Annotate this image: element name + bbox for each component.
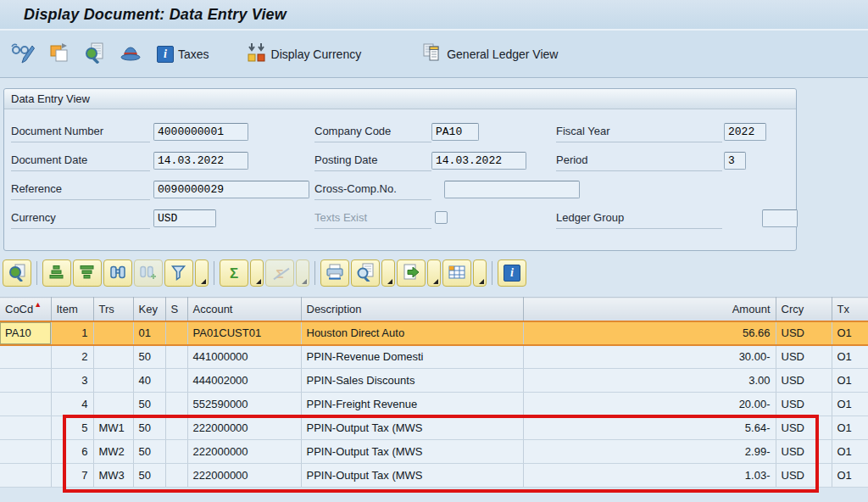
table-cell[interactable] — [0, 416, 51, 440]
table-cell[interactable]: PPIN-Revenue Domesti — [301, 345, 523, 369]
print-preview-dropdown-button[interactable] — [381, 259, 395, 287]
table-cell[interactable]: PPIN-Output Tax (MWS — [301, 416, 523, 440]
table-row[interactable]: 6MW250222000000PPIN-Output Tax (MWS2.99-… — [0, 440, 868, 464]
copy-document-button[interactable] — [46, 40, 73, 68]
table-cell[interactable]: PA01CUST01 — [187, 321, 301, 345]
table-cell[interactable] — [0, 440, 51, 464]
column-header-item[interactable]: Item — [51, 298, 93, 321]
table-cell[interactable]: 01 — [133, 321, 165, 345]
period-field[interactable]: 3 — [724, 152, 746, 170]
table-cell[interactable]: 1 — [51, 321, 93, 345]
table-cell[interactable]: PA10 — [0, 321, 51, 345]
table-cell[interactable]: 5 — [51, 416, 93, 440]
choose-detail-button[interactable] — [3, 259, 31, 287]
table-cell[interactable]: O1 — [832, 464, 868, 488]
table-cell[interactable]: USD — [776, 393, 832, 416]
sum-dropdown-button[interactable] — [250, 259, 264, 287]
table-cell[interactable]: O1 — [832, 345, 868, 369]
table-cell[interactable] — [165, 464, 187, 488]
table-cell[interactable]: O1 — [832, 416, 868, 440]
table-cell[interactable]: PPIN-Output Tax (MWS — [301, 440, 523, 464]
column-header-description[interactable]: Description — [301, 298, 523, 321]
table-cell[interactable]: USD — [776, 369, 832, 393]
column-header-key[interactable]: Key — [133, 298, 165, 321]
table-cell[interactable]: 50 — [133, 464, 165, 488]
table-cell[interactable]: PPIN-Output Tax (MWS — [301, 464, 523, 488]
column-header-crcy[interactable]: Crcy — [776, 298, 832, 321]
table-cell[interactable]: 1.03- — [523, 464, 776, 488]
table-cell[interactable]: 4 — [51, 393, 93, 416]
table-cell[interactable]: 50 — [133, 393, 165, 416]
table-row[interactable]: 5MW150222000000PPIN-Output Tax (MWS5.64-… — [0, 416, 868, 440]
table-cell[interactable]: 552590000 — [187, 393, 301, 416]
sort-ascending-button[interactable] — [42, 259, 71, 287]
company-code-field[interactable]: PA10 — [431, 123, 479, 141]
table-cell[interactable]: O1 — [832, 393, 868, 416]
export-button[interactable] — [397, 259, 426, 287]
document-number-field[interactable]: 4000000001 — [153, 123, 248, 141]
filter-button[interactable] — [164, 259, 193, 287]
table-cell[interactable] — [0, 345, 51, 369]
texts-exist-checkbox[interactable] — [435, 211, 448, 224]
table-cell[interactable] — [165, 440, 187, 464]
table-cell[interactable]: O1 — [832, 440, 868, 464]
filter-dropdown-button[interactable] — [195, 259, 209, 287]
table-cell[interactable]: USD — [776, 345, 832, 369]
reference-field[interactable]: 0090000029 — [153, 181, 309, 198]
table-cell[interactable]: USD — [776, 464, 832, 488]
table-cell[interactable]: O1 — [832, 321, 868, 345]
document-header-hat-button[interactable] — [117, 41, 144, 67]
table-row[interactable]: 250441000000PPIN-Revenue Domesti30.00-US… — [0, 345, 868, 369]
subtotal-button[interactable]: Σ — [265, 259, 294, 287]
sort-descending-button[interactable] — [73, 259, 102, 287]
table-row[interactable]: 7MW350222000000PPIN-Output Tax (MWS1.03-… — [0, 464, 868, 488]
table-cell[interactable]: USD — [776, 416, 832, 440]
table-cell[interactable]: 5.64- — [523, 416, 776, 440]
table-cell[interactable]: PPIN-Sales Discounts — [301, 369, 523, 393]
table-cell[interactable]: 441000000 — [187, 345, 301, 369]
table-cell[interactable]: 50 — [133, 345, 165, 369]
table-cell[interactable]: 3.00 — [523, 369, 776, 393]
table-cell[interactable] — [165, 369, 187, 393]
table-cell[interactable]: 20.00- — [523, 393, 776, 416]
table-cell[interactable]: 56.66 — [523, 321, 776, 345]
print-preview-button[interactable] — [351, 259, 380, 287]
table-cell[interactable]: 222000000 — [187, 464, 301, 488]
column-header-s[interactable]: S — [165, 298, 187, 321]
table-cell[interactable]: 7 — [51, 464, 93, 488]
table-cell[interactable]: 222000000 — [187, 440, 301, 464]
table-cell[interactable]: USD — [776, 321, 832, 345]
fiscal-year-field[interactable]: 2022 — [724, 123, 766, 141]
currency-field[interactable]: USD — [153, 209, 216, 227]
table-cell[interactable]: 30.00- — [523, 345, 776, 369]
posting-date-field[interactable]: 14.03.2022 — [431, 152, 526, 170]
table-cell[interactable] — [0, 393, 51, 416]
taxes-button[interactable]: i Taxes — [154, 44, 212, 64]
table-row[interactable]: PA10101PA01CUST01Houston Direct Auto56.6… — [0, 321, 868, 345]
display-change-button[interactable] — [7, 39, 37, 69]
sum-button[interactable]: Σ — [220, 259, 248, 287]
table-cell[interactable] — [0, 464, 51, 488]
display-document-button[interactable] — [81, 40, 108, 68]
table-cell[interactable]: O1 — [832, 369, 868, 393]
table-row[interactable]: 340444002000PPIN-Sales Discounts3.00USDO… — [0, 369, 868, 393]
table-cell[interactable]: 2 — [51, 345, 93, 369]
document-date-field[interactable]: 14.03.2022 — [153, 152, 248, 170]
table-cell[interactable]: MW2 — [93, 440, 133, 464]
table-cell[interactable] — [0, 369, 51, 393]
table-cell[interactable] — [165, 393, 187, 416]
find-next-button[interactable] — [134, 259, 163, 287]
print-button[interactable] — [320, 259, 349, 287]
column-header-tx[interactable]: Tx — [832, 298, 868, 321]
column-header-trs[interactable]: Trs — [93, 298, 133, 321]
table-cell[interactable]: Houston Direct Auto — [301, 321, 523, 345]
choose-layout-dropdown-button[interactable] — [473, 259, 487, 287]
table-cell[interactable]: USD — [776, 440, 832, 464]
table-cell[interactable] — [93, 369, 133, 393]
table-cell[interactable] — [165, 416, 187, 440]
table-cell[interactable]: 40 — [133, 369, 165, 393]
table-cell[interactable]: 3 — [51, 369, 93, 393]
ledger-group-field[interactable] — [762, 209, 798, 227]
table-cell[interactable]: MW3 — [93, 464, 133, 488]
subtotal-dropdown-button[interactable] — [296, 259, 309, 287]
